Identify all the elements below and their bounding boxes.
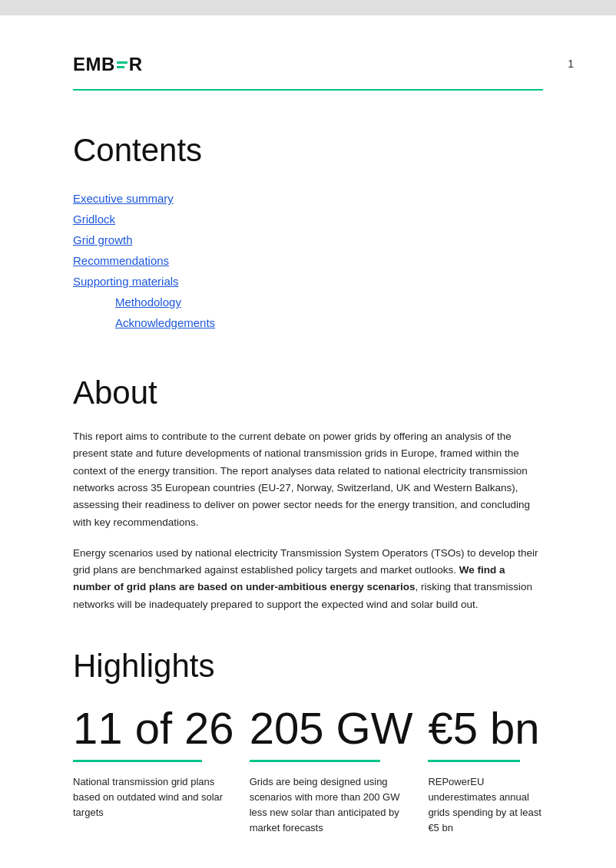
toc-item-grid-growth[interactable]: Grid growth [73,231,543,249]
stat-desc-2: Grids are being designed using scenarios… [250,774,413,837]
toc-link-supporting-materials[interactable]: Supporting materials [73,275,179,288]
toc-item-acknowledgements[interactable]: Acknowledgements [73,314,543,332]
stat-desc-3: REPowerEU underestimates annual grids sp… [428,774,543,837]
stat-item-1: 11 of 26 National transmission grid plan… [73,706,250,837]
toc-item-supporting-materials[interactable]: Supporting materials [73,272,543,291]
highlights-title: Highlights [73,648,543,685]
toc-link-gridlock[interactable]: Gridlock [73,213,115,226]
highlights-stats-container: 11 of 26 National transmission grid plan… [73,706,543,837]
toc-link-methodology[interactable]: Methodology [115,295,181,309]
page-container: 1 EMB R Contents Executive summary Gridl… [0,15,616,868]
logo-equals-icon [117,61,128,68]
stat-divider-3 [428,760,520,762]
table-of-contents: Executive summary Gridlock Grid growth R… [73,190,543,332]
stat-desc-1: National transmission grid plans based o… [73,774,234,820]
page-number: 1 [568,58,574,70]
contents-title: Contents [73,133,543,168]
about-section: About This report aims to contribute to … [73,375,543,613]
logo-bar-top [117,61,128,64]
about-title: About [73,375,543,411]
toc-link-acknowledgements[interactable]: Acknowledgements [115,316,215,329]
logo-text-r: R [129,54,143,75]
toc-item-recommendations[interactable]: Recommendations [73,252,543,270]
logo-text-emb: EMB [73,54,115,75]
toc-item-gridlock[interactable]: Gridlock [73,210,543,229]
toc-link-executive-summary[interactable]: Executive summary [73,192,174,205]
stat-item-3: €5 bn REPowerEU underestimates annual gr… [428,706,543,837]
stat-number-3: €5 bn [428,706,543,751]
toc-link-grid-growth[interactable]: Grid growth [73,233,133,246]
about-paragraph-2: Energy scenarios used by national electr… [73,545,543,613]
logo: EMB R [73,54,543,75]
toc-link-recommendations[interactable]: Recommendations [73,254,169,267]
toc-item-methodology[interactable]: Methodology [73,293,543,312]
stat-number-1: 11 of 26 [73,706,234,751]
stat-divider-1 [73,760,202,762]
stat-divider-2 [250,760,380,762]
contents-section: Contents Executive summary Gridlock Grid… [73,133,543,332]
stat-item-2: 205 GW Grids are being designed using sc… [250,706,429,837]
about-paragraph-1: This report aims to contribute to the cu… [73,428,543,531]
toc-item-executive-summary[interactable]: Executive summary [73,190,543,208]
logo-bar-bottom [117,66,124,68]
stat-number-2: 205 GW [250,706,413,751]
highlights-section: Highlights 11 of 26 National transmissio… [73,648,543,837]
top-divider [73,89,543,91]
